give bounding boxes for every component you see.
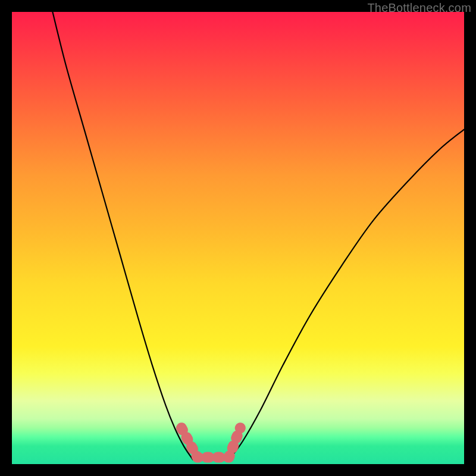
watermark-text: TheBottleneck.com: [367, 1, 471, 15]
bottleneck-curve-plot: [12, 12, 464, 464]
right-curve: [229, 130, 464, 460]
left-curve: [52, 12, 193, 459]
chart-frame: [12, 12, 464, 464]
bottleneck-u-marker: [181, 428, 240, 457]
